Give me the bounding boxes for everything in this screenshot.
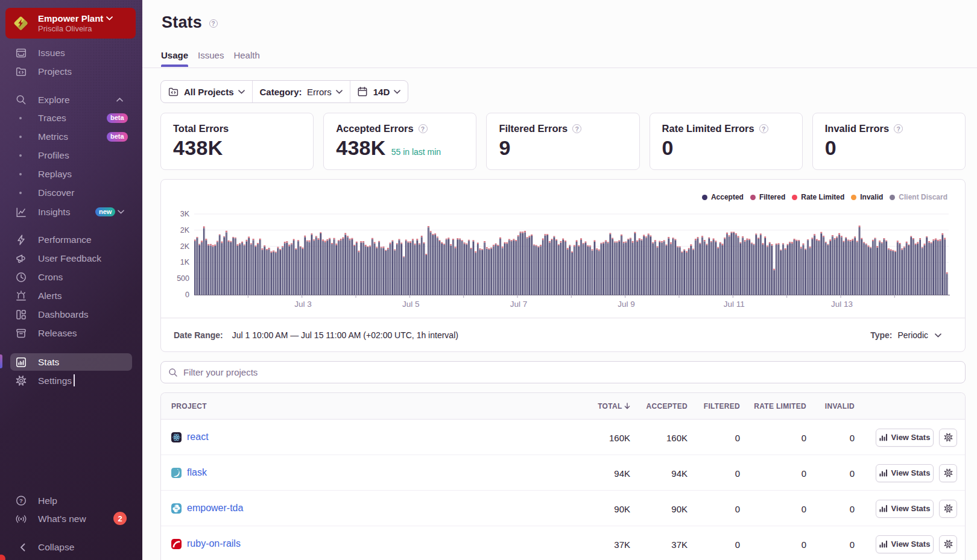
svg-text:3K: 3K — [180, 210, 190, 218]
svg-text:500: 500 — [177, 274, 189, 283]
svg-text:Jul 5: Jul 5 — [402, 300, 420, 309]
svg-text:Jul 13: Jul 13 — [831, 300, 853, 309]
svg-text:Jul 11: Jul 11 — [724, 300, 745, 309]
svg-text:2K: 2K — [180, 242, 190, 251]
svg-text:Jul 9: Jul 9 — [618, 300, 635, 309]
svg-text:0: 0 — [185, 291, 189, 299]
svg-text:Jul 7: Jul 7 — [510, 300, 528, 309]
svg-text:?: ? — [19, 497, 23, 504]
svg-text:Jul 3: Jul 3 — [294, 300, 312, 309]
svg-text:2K: 2K — [180, 226, 190, 234]
svg-text:1K: 1K — [180, 258, 190, 266]
